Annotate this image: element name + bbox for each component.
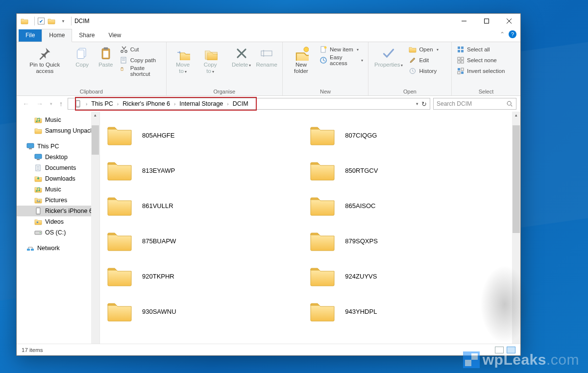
app-folder-icon bbox=[21, 17, 28, 25]
easy-access-button[interactable]: Easy access▾ bbox=[318, 55, 365, 66]
edit-button[interactable]: Edit bbox=[407, 55, 440, 66]
maximize-button[interactable] bbox=[475, 14, 498, 28]
tree-thispc[interactable]: This PC bbox=[17, 141, 99, 152]
cut-button[interactable]: Cut bbox=[118, 44, 163, 55]
invert-icon bbox=[457, 67, 465, 75]
folder-item[interactable]: 920TKPHR bbox=[102, 258, 303, 294]
chevron-right-icon[interactable]: › bbox=[85, 101, 88, 107]
pin-quickaccess-button[interactable]: Pin to Quick access bbox=[20, 44, 70, 76]
tree-item[interactable]: Documents bbox=[17, 163, 99, 173]
folder-item[interactable]: 924ZUYVS bbox=[305, 258, 506, 294]
rename-button[interactable]: Rename bbox=[254, 44, 279, 70]
titlebar[interactable]: ✔ ▼ DCIM bbox=[17, 14, 520, 28]
folder-icon bbox=[107, 195, 132, 216]
tree-item[interactable]: Desktop bbox=[17, 152, 99, 163]
back-button[interactable]: ← bbox=[21, 99, 31, 109]
properties-button[interactable]: Properties▾ bbox=[371, 44, 406, 70]
content-scrollbar[interactable]: ▴ bbox=[512, 112, 520, 344]
nav-tree[interactable]: MusicSamsung Unpack This PC DesktopDocum… bbox=[17, 112, 100, 344]
svg-rect-29 bbox=[461, 57, 464, 60]
folder-label: 930SAWNU bbox=[142, 308, 176, 315]
breadcrumb-root-icon[interactable] bbox=[71, 98, 85, 109]
content-pane[interactable]: 805AHGFE813EYAWP861VULLR875BUAPW920TKPHR… bbox=[100, 112, 520, 344]
up-button[interactable]: ↑ bbox=[57, 99, 65, 109]
qat-properties-checkbox[interactable]: ✔ bbox=[38, 18, 45, 24]
copy-path-button[interactable]: Copy path bbox=[118, 55, 163, 66]
address-bar[interactable]: › This PC› Ricker's iPhone 6› Internal S… bbox=[68, 98, 430, 110]
tree-scrollbar[interactable]: ▴ bbox=[91, 112, 99, 344]
tab-view[interactable]: View bbox=[101, 29, 128, 42]
collapse-ribbon-icon[interactable]: ⌃ bbox=[500, 31, 505, 38]
selectnone-icon bbox=[457, 56, 465, 64]
tab-home[interactable]: Home bbox=[42, 29, 72, 42]
select-none-button[interactable]: Select none bbox=[455, 55, 507, 66]
folder-item[interactable]: 875BUAPW bbox=[102, 223, 303, 258]
tree-item[interactable]: Music bbox=[17, 115, 99, 125]
folder-label: 805AHGFE bbox=[142, 132, 174, 139]
copy-to-button[interactable]: Copy to▾ bbox=[197, 44, 223, 77]
history-button[interactable]: History bbox=[407, 66, 440, 76]
folder-item[interactable]: 865AISOC bbox=[305, 188, 506, 223]
svg-point-36 bbox=[36, 121, 38, 122]
svg-rect-35 bbox=[461, 71, 464, 74]
new-folder-button[interactable]: New folder bbox=[286, 44, 317, 76]
svg-point-21 bbox=[324, 47, 327, 49]
tree-item[interactable]: Samsung Unpack bbox=[17, 125, 99, 136]
folder-icon bbox=[310, 265, 335, 287]
delete-button[interactable]: Delete▾ bbox=[230, 44, 253, 70]
folder-item[interactable]: 805AHGFE bbox=[102, 117, 303, 153]
edit-icon bbox=[409, 56, 416, 64]
status-item-count: 17 items bbox=[22, 347, 43, 353]
tree-icon bbox=[34, 196, 42, 204]
folder-item[interactable]: 943YHDPL bbox=[305, 294, 506, 329]
tree-icon bbox=[34, 153, 42, 161]
folder-item[interactable]: 861VULLR bbox=[102, 188, 303, 223]
refresh-button[interactable]: ↻ bbox=[421, 100, 427, 108]
recent-dropdown[interactable]: ▾ bbox=[48, 100, 54, 107]
folder-item[interactable]: 813EYAWP bbox=[102, 153, 303, 188]
search-box[interactable]: Search DCIM bbox=[433, 98, 516, 110]
folder-item[interactable]: 807CIQGG bbox=[305, 117, 506, 153]
invert-selection-button[interactable]: Invert selection bbox=[455, 66, 507, 76]
open-button[interactable]: Open▾ bbox=[407, 44, 440, 55]
folder-label: 865AISOC bbox=[345, 202, 375, 210]
tree-item[interactable]: Music bbox=[17, 184, 99, 195]
folder-label: 813EYAWP bbox=[142, 167, 175, 174]
folder-item[interactable]: 930SAWNU bbox=[102, 294, 303, 329]
forward-button[interactable]: → bbox=[34, 99, 45, 109]
close-button[interactable] bbox=[498, 14, 520, 28]
folder-label: 943YHDPL bbox=[345, 308, 377, 315]
breadcrumb-item-3[interactable]: DCIM bbox=[230, 98, 251, 109]
tab-file[interactable]: File bbox=[19, 29, 42, 42]
minimize-button[interactable] bbox=[453, 14, 475, 28]
tree-network[interactable]: Network bbox=[17, 243, 99, 254]
paste-shortcut-button[interactable]: Paste shortcut bbox=[118, 66, 163, 76]
help-icon[interactable]: ? bbox=[509, 30, 516, 38]
tree-item[interactable]: OS (C:) bbox=[17, 227, 99, 238]
tab-share[interactable]: Share bbox=[72, 29, 101, 42]
select-all-button[interactable]: Select all bbox=[455, 44, 507, 55]
tree-item[interactable]: Ricker's iPhone 6 bbox=[17, 206, 99, 216]
easyaccess-icon bbox=[319, 56, 327, 64]
tree-icon bbox=[34, 207, 42, 215]
folder-icon bbox=[107, 301, 132, 322]
address-dropdown-icon[interactable]: ▾ bbox=[416, 101, 418, 106]
breadcrumb-item-2[interactable]: Internal Storage bbox=[176, 98, 226, 109]
qat-dropdown-icon[interactable]: ▼ bbox=[61, 19, 65, 23]
breadcrumb-item-0[interactable]: This PC bbox=[88, 98, 116, 109]
copy-button[interactable]: Copy bbox=[71, 44, 94, 70]
scissors-icon bbox=[120, 46, 128, 53]
move-to-button[interactable]: Move to▾ bbox=[170, 44, 196, 77]
tree-item[interactable]: Pictures bbox=[17, 195, 99, 206]
folder-item[interactable]: 879SQXPS bbox=[305, 223, 506, 258]
tree-item[interactable]: Videos bbox=[17, 216, 99, 227]
history-icon bbox=[409, 67, 416, 75]
svg-rect-34 bbox=[458, 71, 460, 74]
tree-icon bbox=[34, 116, 42, 124]
new-item-button[interactable]: New item▾ bbox=[318, 44, 365, 55]
paste-button[interactable]: Paste bbox=[95, 44, 117, 70]
tree-item[interactable]: Downloads bbox=[17, 173, 99, 184]
folder-item[interactable]: 850RTGCV bbox=[305, 153, 506, 188]
qat-folder-icon[interactable] bbox=[48, 17, 55, 25]
breadcrumb-item-1[interactable]: Ricker's iPhone 6 bbox=[120, 98, 173, 109]
